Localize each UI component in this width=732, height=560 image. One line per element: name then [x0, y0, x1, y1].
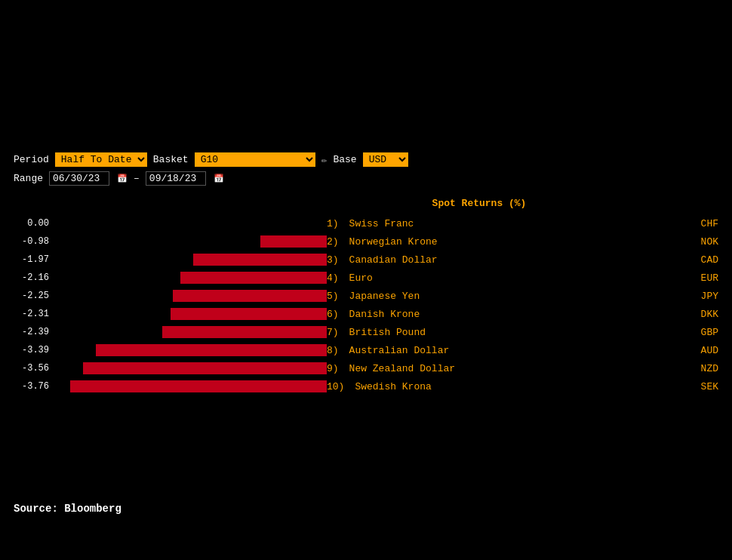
currency-code-1: NOK	[681, 236, 718, 248]
chart-row: -2.31 6) Danish Krone DKK	[14, 306, 718, 322]
currency-num-4: 5)	[327, 291, 342, 302]
currency-code-0: CHF	[681, 218, 718, 229]
currency-name-2: Canadian Dollar	[342, 254, 493, 266]
chart-row: -3.56 9) New Zealand Dollar NZD	[14, 360, 718, 377]
chart-header: Spot Returns (%)	[240, 198, 718, 209]
currency-name-1: Norwegian Krone	[342, 236, 493, 248]
currency-name-5: Danish Krone	[342, 309, 493, 320]
y-label-9: -3.76	[14, 381, 55, 392]
period-row: Period Half To Date Basket G10 ✏ Base US…	[14, 152, 718, 167]
currency-code-5: DKK	[681, 309, 718, 320]
bar-9	[70, 380, 327, 392]
calendar-start-icon[interactable]: 📅	[117, 174, 128, 183]
chart-row: -3.76 10) Swedish Krona SEK	[14, 378, 718, 395]
period-select[interactable]: Half To Date	[55, 152, 147, 167]
chart-rows: 0.00 1) Swiss Franc CHF -0.98 2) Norwegi…	[14, 215, 718, 395]
currency-code-4: JPY	[681, 291, 718, 302]
currency-name-4: Japanese Yen	[342, 291, 493, 302]
controls-area: Period Half To Date Basket G10 ✏ Base US…	[0, 143, 732, 195]
currency-num-8: 9)	[327, 363, 342, 374]
chart-row: -0.98 2) Norwegian Krone NOK	[14, 233, 718, 250]
y-label-1: -0.98	[14, 236, 55, 247]
chart-row: -1.97 3) Canadian Dollar CAD	[14, 251, 718, 268]
currency-num-7: 8)	[327, 345, 342, 356]
y-label-8: -3.56	[14, 363, 55, 374]
period-label: Period	[14, 154, 49, 165]
currency-name-6: British Pound	[342, 327, 493, 338]
currency-num-1: 2)	[327, 236, 342, 248]
currency-num-2: 3)	[327, 254, 342, 266]
currency-name-3: Euro	[342, 272, 493, 284]
currency-num-0: 1)	[327, 218, 342, 229]
range-start-input[interactable]	[49, 171, 109, 186]
y-label-3: -2.16	[14, 272, 55, 283]
y-label-4: -2.25	[14, 291, 55, 301]
y-label-5: -2.31	[14, 309, 55, 319]
pencil-icon[interactable]: ✏	[321, 154, 328, 166]
chart-row: -2.16 4) Euro EUR	[14, 269, 718, 286]
bar-5	[171, 308, 327, 320]
bar-7	[96, 344, 327, 356]
range-label: Range	[14, 173, 43, 184]
basket-select[interactable]: G10	[195, 152, 315, 167]
currency-num-6: 7)	[327, 327, 342, 338]
bar-8	[83, 362, 327, 374]
basket-label: Basket	[153, 154, 189, 165]
base-select[interactable]: USD	[363, 152, 408, 167]
y-label-2: -1.97	[14, 254, 55, 265]
base-label: Base	[333, 154, 356, 165]
currency-num-3: 4)	[327, 272, 342, 284]
chart-row: -3.39 8) Australian Dollar AUD	[14, 342, 718, 358]
y-label-6: -2.39	[14, 327, 55, 337]
bar-3	[180, 272, 327, 284]
currency-num-9: 10)	[327, 381, 347, 392]
range-dash: –	[134, 173, 140, 184]
bar-6	[162, 326, 327, 338]
range-row: Range 📅 – 📅	[14, 171, 718, 186]
bar-1	[260, 235, 327, 248]
bar-4	[173, 290, 327, 302]
currency-code-7: AUD	[681, 345, 718, 356]
y-label-0: 0.00	[14, 218, 55, 229]
currency-name-8: New Zealand Dollar	[342, 363, 493, 374]
source-label: Source: Bloomberg	[14, 503, 121, 515]
chart-row: -2.25 5) Japanese Yen JPY	[14, 288, 718, 304]
calendar-end-icon[interactable]: 📅	[214, 174, 224, 183]
y-label-7: -3.39	[14, 345, 55, 355]
currency-name-7: Australian Dollar	[342, 345, 493, 356]
bar-2	[193, 254, 327, 266]
currency-name-9: Swedish Krona	[347, 381, 498, 392]
currency-code-8: NZD	[681, 363, 718, 374]
chart-row: 0.00 1) Swiss Franc CHF	[14, 215, 718, 232]
currency-code-6: GBP	[681, 327, 718, 338]
range-end-input[interactable]	[146, 171, 206, 186]
currency-code-3: EUR	[681, 272, 718, 284]
currency-name-0: Swiss Franc	[342, 218, 493, 229]
chart-row: -2.39 7) British Pound GBP	[14, 324, 718, 340]
currency-code-2: CAD	[681, 254, 718, 266]
chart-container: Spot Returns (%) 0.00 1) Swiss Franc CHF…	[0, 195, 732, 404]
currency-code-9: SEK	[681, 381, 718, 392]
currency-num-5: 6)	[327, 309, 342, 320]
